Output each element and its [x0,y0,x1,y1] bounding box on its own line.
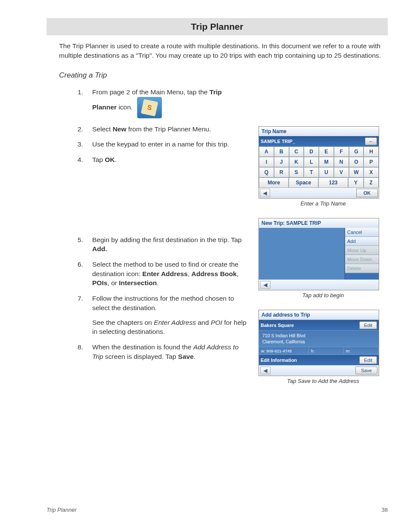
key-z[interactable]: Z [364,177,379,188]
trip-title: New Trip: SAMPLE TRIP [259,218,379,228]
key-n[interactable]: N [334,157,349,167]
key-more[interactable]: More [259,177,289,188]
address-name: Bakers Square [261,323,294,328]
content-area: 1. From page 2 of the Main Menu, tap the… [78,87,388,384]
keypad-input-row: SAMPLE TRIP_ ← [259,136,379,146]
figures-column: Trip Name SAMPLE TRIP_ ← A B C D E F G H… [258,87,388,384]
key-c[interactable]: C [289,146,304,157]
key-l[interactable]: L [304,157,319,167]
phone-work: w: 909-621-4745 [259,347,309,355]
key-e[interactable]: E [319,146,334,157]
step-number: 5. [78,235,92,254]
step-number: 3. [78,140,92,149]
key-f[interactable]: F [334,146,349,157]
key-r[interactable]: R [274,167,289,177]
address-title: Add address to Trip [259,310,379,320]
key-v[interactable]: V [334,167,349,177]
cancel-button[interactable]: Cancel [345,228,379,237]
key-m[interactable]: M [319,157,334,167]
key-g[interactable]: G [349,146,364,157]
key-o[interactable]: O [349,157,364,167]
keypad-screen: Trip Name SAMPLE TRIP_ ← A B C D E F G H… [258,126,379,199]
key-y[interactable]: Y [348,177,364,188]
key-s[interactable]: S [289,167,304,177]
key-w[interactable]: W [349,167,364,177]
key-x[interactable]: X [364,167,379,177]
key-i[interactable]: I [259,157,274,167]
address-caption: Tap Save to Add the Address [258,378,388,384]
keypad-title: Trip Name [259,127,379,136]
step-7: 7. Follow the instructions for the metho… [78,294,252,336]
key-p[interactable]: P [364,157,379,167]
key-space[interactable]: Space [289,177,318,188]
step-6: 6. Select the method to be used to find … [78,260,252,288]
key-u[interactable]: U [319,167,334,177]
intro-paragraph: The Trip Planner is used to create a rou… [59,41,388,61]
key-k[interactable]: K [289,157,304,167]
section-heading: Creating a Trip [59,71,411,80]
keypad-input-value[interactable]: SAMPLE TRIP_ [261,139,295,144]
step-number: 1. [78,87,92,118]
key-d[interactable]: D [304,146,319,157]
page-number: 38 [382,507,388,513]
backspace-button[interactable]: ← [365,137,377,145]
move-down-button: Move Down [345,255,379,264]
address-block: 710 S Indian Hill Blvd Claremont, Califo… [259,330,379,347]
page-title: Trip Planner [191,22,243,31]
step-number: 7. [78,294,92,336]
page-footer: Trip Planner 38 [47,507,388,513]
step-3: 3. Use the keypad to enter in a name for… [78,140,252,149]
footer-title: Trip Planner [47,507,77,513]
edit-information-label: Edit Information [261,358,297,363]
trip-caption: Tap add to begin [258,292,388,299]
delete-button: Delete [345,264,379,273]
key-t[interactable]: T [304,167,319,177]
move-up-button: Move Up [345,246,379,255]
keypad-caption: Enter a Trip Name [258,200,388,207]
key-q[interactable]: Q [259,167,274,177]
phone-mobile: m: [344,347,379,355]
back-button[interactable]: ◀ [260,189,270,197]
save-button[interactable]: Save [355,367,377,374]
address-line1: 710 S Indian Hill Blvd [262,333,375,339]
edit-info-button[interactable]: Edit [359,356,377,364]
step-1: 1. From page 2 of the Main Menu, tap the… [78,87,252,118]
step-number: 8. [78,342,92,361]
address-line2: Claremont, California [262,339,375,345]
step-5: 5. Begin by adding the first destination… [78,235,252,254]
step-number: 6. [78,260,92,288]
trip-planner-icon: S [137,97,162,118]
steps-column: 1. From page 2 of the Main Menu, tap the… [78,87,258,384]
back-button[interactable]: ◀ [260,367,271,374]
key-a[interactable]: A [259,146,274,157]
trip-screen: New Trip: SAMPLE TRIP Cancel Add Move Up… [258,218,379,290]
key-123[interactable]: 123 [318,177,348,188]
step-2: 2. Select New from the Trip Planner Menu… [78,124,252,134]
back-button[interactable]: ◀ [260,281,271,289]
key-h[interactable]: H [364,146,379,157]
edit-name-button[interactable]: Edit [359,321,377,329]
key-j[interactable]: J [274,157,289,167]
phone-home: h: [309,347,344,355]
address-screen: Add address to Trip Bakers Square Edit 7… [258,310,379,376]
key-b[interactable]: B [274,146,289,157]
page-header: Trip Planner [47,18,388,35]
step-number: 4. [78,155,92,165]
trip-destination-list[interactable] [259,228,345,280]
step-4: 4. Tap OK. [78,155,252,165]
add-button[interactable]: Add [345,237,379,246]
step-8: 8. When the destination is found the Add… [78,342,252,361]
step-number: 2. [78,124,92,134]
ok-button[interactable]: OK [356,189,378,197]
